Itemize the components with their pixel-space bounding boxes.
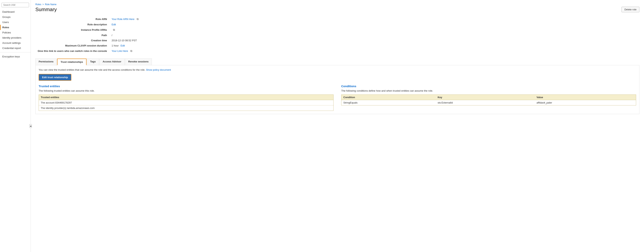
role-arn-link[interactable]: Your Role ARN Here <box>112 18 134 20</box>
switch-role-value: Your Link Here ⧉ <box>109 48 640 54</box>
table-row: The account 834469178297 <box>39 100 334 105</box>
sidebar-item-dashboard[interactable]: Dashboard <box>0 9 30 14</box>
summary-instance-profile-row: Instance Profile ARNs ⧉ <box>35 27 640 33</box>
trusted-entities-col-header: Trusted entities <box>39 95 334 100</box>
max-session-label: Maximum CLI/API session duration <box>35 43 109 48</box>
conditions-section: Conditions The following conditions defi… <box>341 84 636 111</box>
copy-arn-icon[interactable]: ⧉ <box>137 17 138 21</box>
conditions-col-value: Value <box>534 95 636 100</box>
condition-row-value: affidavit_paler <box>534 100 636 105</box>
max-session-edit-link[interactable]: Edit <box>120 44 125 47</box>
trusted-entities-table: Trusted entities The account 83446917829… <box>39 94 334 111</box>
tab-permissions[interactable]: Permissions <box>35 58 57 65</box>
conditions-col-key: Key <box>436 95 534 100</box>
summary-path-row: Path / <box>35 33 640 38</box>
sidebar-item-policies[interactable]: Policies <box>0 30 30 35</box>
show-policy-document-link[interactable]: Show policy document <box>146 68 171 71</box>
trusted-entities-title: Trusted entities <box>39 84 334 88</box>
summary-role-desc-row: Role description Edit <box>35 22 640 27</box>
sidebar-item-encryption-keys[interactable]: Encryption keys <box>0 54 30 59</box>
sidebar-item-account-settings[interactable]: Account settings <box>0 40 30 45</box>
summary-switch-role-row: Give this link to users who can switch r… <box>35 48 640 54</box>
instance-profile-label: Instance Profile ARNs <box>35 27 109 33</box>
tab-revoke-sessions[interactable]: Revoke sessions <box>125 58 152 65</box>
summary-creation-time-row: Creation time 2018-12-10 08:52 PST <box>35 38 640 43</box>
sidebar-item-groups[interactable]: Groups <box>0 14 30 19</box>
summary-table: Role ARN Your Role ARN Here ⧉ Role descr… <box>35 16 640 54</box>
breadcrumb-roles-link[interactable]: Roles <box>35 3 41 6</box>
path-value: / <box>109 33 640 38</box>
breadcrumb-separator: > <box>42 3 44 6</box>
breadcrumb-current: Role Name <box>45 3 56 6</box>
sidebar-item-credential-report[interactable]: Credential report <box>0 45 30 51</box>
conditions-table: Condition Key Value StringEquals sts:Ext… <box>341 94 636 105</box>
switch-role-label: Give this link to users who can switch r… <box>35 48 109 54</box>
sidebar-divider <box>0 52 30 52</box>
delete-role-button[interactable]: Delete role <box>622 7 640 12</box>
trusted-entity-value-1: The account 834469178297 <box>39 100 334 105</box>
role-desc-edit-link[interactable]: Edit <box>112 23 116 26</box>
sidebar-item-users[interactable]: Users <box>0 19 30 25</box>
trust-layout: Trusted entities The following trusted e… <box>39 84 636 111</box>
condition-row-condition: StringEquals <box>342 100 436 105</box>
conditions-desc: The following conditions define how and … <box>341 89 636 92</box>
path-label: Path <box>35 33 109 38</box>
sidebar-item-identity-providers[interactable]: Identity providers <box>0 35 30 40</box>
condition-row-key: sts:ExternalId <box>436 100 534 105</box>
switch-role-link[interactable]: Your Link Here <box>112 49 128 52</box>
collapse-icon: ◀ <box>30 125 31 127</box>
max-session-duration: 1 hour <box>112 44 118 47</box>
page-header: Summary Delete role <box>35 6 640 12</box>
tab-access-advisor[interactable]: Access Advisor <box>100 58 124 65</box>
search-iam-input[interactable] <box>2 3 29 7</box>
tab-content-trust-relationships: You can view the trusted entities that c… <box>35 65 640 114</box>
main-content: Roles > Role Name Summary Delete role Ro… <box>31 0 644 252</box>
sidebar: Dashboard Groups Users Roles Policies Id… <box>0 0 31 252</box>
role-desc-value: Edit <box>109 22 640 27</box>
copy-switch-role-icon[interactable]: ⧉ <box>130 49 132 53</box>
max-session-value: 1 hour Edit <box>109 43 640 48</box>
trusted-entity-value-2: The identity provider(s) lambda.amazonaw… <box>39 105 334 111</box>
trust-tab-description: You can view the trusted entities that c… <box>39 68 636 71</box>
tabs-container: Permissions Trust relationships Tags Acc… <box>35 58 640 65</box>
sidebar-item-roles[interactable]: Roles <box>0 25 30 30</box>
edit-trust-relationship-button[interactable]: Edit trust relationship <box>39 74 71 81</box>
trusted-entities-section: Trusted entities The following trusted e… <box>39 84 334 111</box>
instance-profile-value: ⧉ <box>109 27 640 33</box>
sidebar-collapse-button[interactable]: ◀ <box>29 124 32 128</box>
table-row: The identity provider(s) lambda.amazonaw… <box>39 105 334 111</box>
conditions-title: Conditions <box>341 84 636 88</box>
tab-trust-relationships[interactable]: Trust relationships <box>57 59 86 65</box>
trusted-entities-desc: The following trusted entities can assum… <box>39 89 334 92</box>
page-title: Summary <box>35 6 57 12</box>
table-row: StringEquals sts:ExternalId affidavit_pa… <box>342 100 636 105</box>
summary-role-arn-row: Role ARN Your Role ARN Here ⧉ <box>35 16 640 22</box>
role-desc-label: Role description <box>35 22 109 27</box>
conditions-col-condition: Condition <box>342 95 436 100</box>
breadcrumb: Roles > Role Name <box>35 3 640 6</box>
copy-instance-profile-icon[interactable]: ⧉ <box>113 28 115 31</box>
role-arn-value: Your Role ARN Here ⧉ <box>109 16 640 22</box>
role-arn-label: Role ARN <box>35 16 109 22</box>
tab-tags[interactable]: Tags <box>87 58 99 65</box>
creation-time-value: 2018-12-10 08:52 PST <box>109 38 640 43</box>
summary-max-session-row: Maximum CLI/API session duration 1 hour … <box>35 43 640 48</box>
creation-time-label: Creation time <box>35 38 109 43</box>
